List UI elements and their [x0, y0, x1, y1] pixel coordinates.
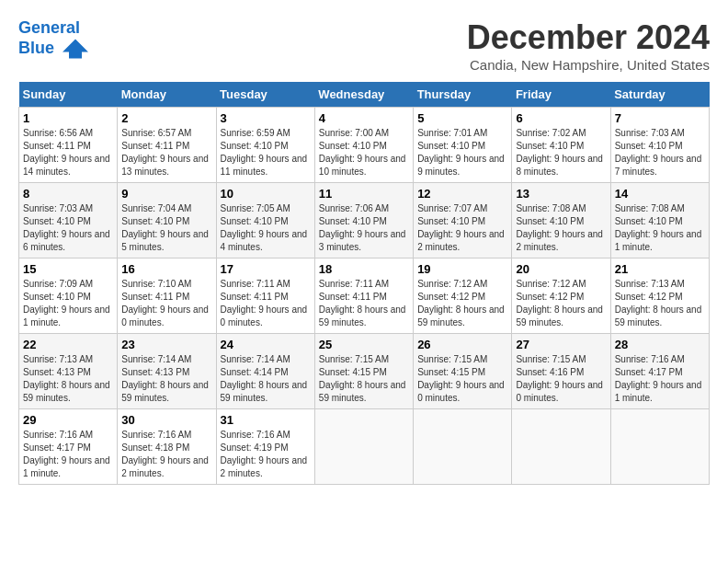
calendar-cell: 25 Sunrise: 7:15 AM Sunset: 4:15 PM Dayl…	[314, 334, 413, 409]
day-number: 30	[121, 413, 211, 427]
day-number: 27	[516, 338, 606, 351]
svg-marker-0	[63, 39, 88, 58]
calendar-cell: 10 Sunrise: 7:05 AM Sunset: 4:10 PM Dayl…	[216, 183, 314, 259]
day-info: Sunrise: 7:15 AM Sunset: 4:16 PM Dayligh…	[516, 353, 606, 405]
day-info: Sunrise: 7:07 AM Sunset: 4:10 PM Dayligh…	[417, 202, 507, 254]
calendar-cell: 7 Sunrise: 7:03 AM Sunset: 4:10 PM Dayli…	[610, 108, 709, 183]
day-number: 21	[615, 262, 705, 276]
day-info: Sunrise: 7:03 AM Sunset: 4:10 PM Dayligh…	[23, 202, 113, 254]
day-info: Sunrise: 7:15 AM Sunset: 4:15 PM Dayligh…	[319, 353, 409, 405]
day-info: Sunrise: 7:16 AM Sunset: 4:19 PM Dayligh…	[221, 429, 311, 480]
col-monday: Monday	[118, 82, 216, 108]
calendar-cell	[414, 409, 512, 485]
day-info: Sunrise: 7:14 AM Sunset: 4:14 PM Dayligh…	[221, 353, 311, 405]
logo-text2: Blue	[18, 39, 88, 59]
day-number: 14	[615, 187, 705, 201]
day-number: 24	[221, 338, 311, 351]
day-number: 19	[417, 262, 507, 276]
day-info: Sunrise: 7:10 AM Sunset: 4:11 PM Dayligh…	[121, 278, 211, 329]
day-info: Sunrise: 7:04 AM Sunset: 4:10 PM Dayligh…	[121, 202, 211, 254]
col-tuesday: Tuesday	[216, 82, 314, 108]
month-title: December 2024	[467, 18, 710, 57]
day-number: 5	[417, 111, 507, 125]
day-info: Sunrise: 7:13 AM Sunset: 4:12 PM Dayligh…	[615, 278, 705, 329]
calendar-cell	[610, 409, 709, 485]
calendar-cell: 27 Sunrise: 7:15 AM Sunset: 4:16 PM Dayl…	[512, 334, 610, 409]
day-number: 3	[221, 111, 311, 125]
day-info: Sunrise: 7:08 AM Sunset: 4:10 PM Dayligh…	[516, 202, 606, 254]
calendar-cell: 30 Sunrise: 7:16 AM Sunset: 4:18 PM Dayl…	[118, 409, 216, 485]
day-number: 31	[221, 413, 311, 427]
day-info: Sunrise: 7:08 AM Sunset: 4:10 PM Dayligh…	[615, 202, 705, 254]
day-info: Sunrise: 7:13 AM Sunset: 4:13 PM Dayligh…	[23, 353, 113, 405]
day-number: 29	[23, 413, 113, 427]
calendar-cell: 19 Sunrise: 7:12 AM Sunset: 4:12 PM Dayl…	[414, 259, 512, 334]
day-info: Sunrise: 7:11 AM Sunset: 4:11 PM Dayligh…	[221, 278, 311, 329]
day-number: 6	[516, 111, 606, 125]
calendar-cell: 23 Sunrise: 7:14 AM Sunset: 4:13 PM Dayl…	[118, 334, 216, 409]
day-info: Sunrise: 7:05 AM Sunset: 4:10 PM Dayligh…	[221, 202, 311, 254]
calendar-cell: 16 Sunrise: 7:10 AM Sunset: 4:11 PM Dayl…	[118, 259, 216, 334]
calendar-cell: 14 Sunrise: 7:08 AM Sunset: 4:10 PM Dayl…	[610, 183, 709, 259]
calendar-cell: 13 Sunrise: 7:08 AM Sunset: 4:10 PM Dayl…	[512, 183, 610, 259]
calendar-cell: 1 Sunrise: 6:56 AM Sunset: 4:11 PM Dayli…	[19, 108, 118, 183]
calendar-cell: 18 Sunrise: 7:11 AM Sunset: 4:11 PM Dayl…	[314, 259, 413, 334]
day-info: Sunrise: 7:16 AM Sunset: 4:17 PM Dayligh…	[23, 429, 113, 480]
day-number: 22	[23, 338, 113, 351]
location: Candia, New Hampshire, United States	[467, 57, 710, 73]
day-info: Sunrise: 6:56 AM Sunset: 4:11 PM Dayligh…	[23, 127, 113, 178]
calendar-cell: 22 Sunrise: 7:13 AM Sunset: 4:13 PM Dayl…	[19, 334, 118, 409]
day-number: 1	[23, 111, 113, 125]
day-info: Sunrise: 7:16 AM Sunset: 4:18 PM Dayligh…	[121, 429, 211, 480]
calendar-cell: 3 Sunrise: 6:59 AM Sunset: 4:10 PM Dayli…	[216, 108, 314, 183]
col-wednesday: Wednesday	[314, 82, 413, 108]
day-number: 13	[516, 187, 606, 201]
page-header: General Blue December 2024 Candia, New H…	[18, 18, 710, 73]
calendar-week-3: 15 Sunrise: 7:09 AM Sunset: 4:10 PM Dayl…	[19, 259, 710, 334]
day-number: 16	[121, 262, 211, 276]
day-number: 18	[319, 262, 409, 276]
day-number: 11	[319, 187, 409, 201]
day-number: 8	[23, 187, 113, 201]
calendar-week-2: 8 Sunrise: 7:03 AM Sunset: 4:10 PM Dayli…	[19, 183, 710, 259]
calendar-cell: 4 Sunrise: 7:00 AM Sunset: 4:10 PM Dayli…	[314, 108, 413, 183]
day-info: Sunrise: 7:14 AM Sunset: 4:13 PM Dayligh…	[121, 353, 211, 405]
col-friday: Friday	[512, 82, 610, 108]
day-info: Sunrise: 6:57 AM Sunset: 4:11 PM Dayligh…	[121, 127, 211, 178]
day-info: Sunrise: 7:12 AM Sunset: 4:12 PM Dayligh…	[516, 278, 606, 329]
logo: General Blue	[18, 18, 88, 59]
day-info: Sunrise: 7:16 AM Sunset: 4:17 PM Dayligh…	[615, 353, 705, 405]
day-number: 4	[319, 111, 409, 125]
calendar-cell	[512, 409, 610, 485]
calendar-cell: 15 Sunrise: 7:09 AM Sunset: 4:10 PM Dayl…	[19, 259, 118, 334]
logo-text: General	[18, 18, 88, 39]
day-info: Sunrise: 7:06 AM Sunset: 4:10 PM Dayligh…	[319, 202, 409, 254]
day-number: 23	[121, 338, 211, 351]
day-info: Sunrise: 7:03 AM Sunset: 4:10 PM Dayligh…	[615, 127, 705, 178]
day-number: 26	[417, 338, 507, 351]
day-info: Sunrise: 7:11 AM Sunset: 4:11 PM Dayligh…	[319, 278, 409, 329]
calendar-week-5: 29 Sunrise: 7:16 AM Sunset: 4:17 PM Dayl…	[19, 409, 710, 485]
calendar-cell: 29 Sunrise: 7:16 AM Sunset: 4:17 PM Dayl…	[19, 409, 118, 485]
col-thursday: Thursday	[414, 82, 512, 108]
header-row: Sunday Monday Tuesday Wednesday Thursday…	[19, 82, 710, 108]
calendar-cell: 21 Sunrise: 7:13 AM Sunset: 4:12 PM Dayl…	[610, 259, 709, 334]
day-number: 25	[319, 338, 409, 351]
day-info: Sunrise: 6:59 AM Sunset: 4:10 PM Dayligh…	[221, 127, 311, 178]
calendar-cell: 24 Sunrise: 7:14 AM Sunset: 4:14 PM Dayl…	[216, 334, 314, 409]
day-number: 12	[417, 187, 507, 201]
day-number: 15	[23, 262, 113, 276]
day-info: Sunrise: 7:15 AM Sunset: 4:15 PM Dayligh…	[417, 353, 507, 405]
day-number: 20	[516, 262, 606, 276]
day-number: 28	[615, 338, 705, 351]
calendar-cell: 9 Sunrise: 7:04 AM Sunset: 4:10 PM Dayli…	[118, 183, 216, 259]
day-number: 17	[221, 262, 311, 276]
calendar-cell: 26 Sunrise: 7:15 AM Sunset: 4:15 PM Dayl…	[414, 334, 512, 409]
calendar-cell: 12 Sunrise: 7:07 AM Sunset: 4:10 PM Dayl…	[414, 183, 512, 259]
calendar-cell: 17 Sunrise: 7:11 AM Sunset: 4:11 PM Dayl…	[216, 259, 314, 334]
calendar-cell: 6 Sunrise: 7:02 AM Sunset: 4:10 PM Dayli…	[512, 108, 610, 183]
calendar-cell: 5 Sunrise: 7:01 AM Sunset: 4:10 PM Dayli…	[414, 108, 512, 183]
day-info: Sunrise: 7:02 AM Sunset: 4:10 PM Dayligh…	[516, 127, 606, 178]
day-number: 2	[121, 111, 211, 125]
calendar-table: Sunday Monday Tuesday Wednesday Thursday…	[18, 82, 710, 485]
